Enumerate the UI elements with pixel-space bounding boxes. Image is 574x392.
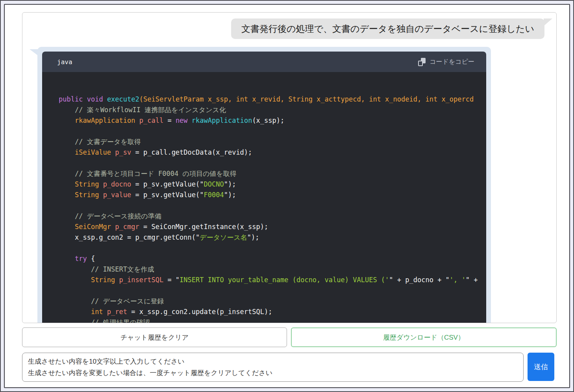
code-line: String p_docno = p_sv.getValue("DOCNO"); <box>59 179 482 190</box>
code-line: // 文書番号と項目コード F0004 の項目の値を取得 <box>59 168 482 179</box>
code-line: // INSERT文を作成 <box>59 264 482 275</box>
copy-icon <box>418 58 426 66</box>
code-line: // 楽々WorkflowII 連携部品をインスタンス化 <box>59 105 482 115</box>
code-line: rkawApplication p_call = new rkawApplica… <box>59 115 482 126</box>
assistant-message-bubble: java コードをコピー public void execute2(SeiSer… <box>37 47 491 323</box>
user-message-bubble: 文書発行後の処理で、文書のデータを独自のデータベースに登録したい <box>231 18 544 39</box>
code-line <box>59 243 482 253</box>
code-block-header: java コードをコピー <box>42 52 486 72</box>
code-line: int p_ret = x_ssp.g_con2.update(p_insert… <box>59 307 482 317</box>
code-line: // 文書データを取得 <box>59 137 482 147</box>
copy-code-button[interactable]: コードをコピー <box>418 58 474 66</box>
message-input[interactable]: 生成させたい内容を10文字以上で入力してください 生成させたい内容を変更したい場… <box>22 353 524 382</box>
page-frame: 文書発行後の処理で、文書のデータを独自のデータベースに登録したい java コー… <box>0 0 574 392</box>
clear-history-label: チャット履歴をクリア <box>120 333 189 342</box>
download-history-csv-button[interactable]: 履歴ダウンロード（CSV） <box>291 327 557 347</box>
composer-row: 生成させたい内容を10文字以上で入力してください 生成させたい内容を変更したい場… <box>22 353 554 382</box>
code-line: // 処理結果の確認 <box>59 317 482 323</box>
send-button-label: 送信 <box>534 362 548 372</box>
download-history-label: 履歴ダウンロード（CSV） <box>383 333 465 342</box>
user-message-text: 文書発行後の処理で、文書のデータを独自のデータベースに登録したい <box>241 24 534 34</box>
app-container: 文書発行後の処理で、文書のデータを独自のデータベースに登録したい java コー… <box>4 4 570 388</box>
copy-code-label: コードをコピー <box>430 58 474 66</box>
assistant-bubble-tail <box>30 49 39 56</box>
input-placeholder-line-2: 生成させたい内容を変更したい場合は、一度チャット履歴をクリアしてください <box>28 367 518 379</box>
clear-history-button[interactable]: チャット履歴をクリア <box>22 327 287 347</box>
code-line <box>59 200 482 211</box>
chat-history-panel[interactable]: 文書発行後の処理で、文書のデータを独自のデータベースに登録したい java コー… <box>22 12 557 323</box>
code-lines: public void execute2(SeiServletParam x_s… <box>42 72 486 323</box>
code-block: java コードをコピー public void execute2(SeiSer… <box>42 52 486 323</box>
code-line: public void execute2(SeiServletParam x_s… <box>59 94 482 105</box>
code-line <box>59 126 482 137</box>
code-line: // データベースに登録 <box>59 296 482 307</box>
code-line <box>59 285 482 296</box>
input-placeholder-line-1: 生成させたい内容を10文字以上で入力してください <box>28 356 518 367</box>
code-line <box>59 158 482 168</box>
code-line: // データベース接続の準備 <box>59 211 482 222</box>
code-line: try { <box>59 253 482 264</box>
user-bubble-tail <box>544 18 552 26</box>
code-line: String p_insertSQL = "INSERT INTO your_t… <box>59 275 482 285</box>
code-line: x_ssp.g_con2 = p_cmgr.getConn("データソース名")… <box>59 232 482 243</box>
actions-row: チャット履歴をクリア 履歴ダウンロード（CSV） <box>22 327 557 347</box>
code-line: SeiConMgr p_cmgr = SeiConMgr.getInstance… <box>59 222 482 232</box>
code-language-label: java <box>57 58 72 66</box>
send-button[interactable]: 送信 <box>528 353 554 381</box>
code-line: iSeiValue p_sv = p_call.getDocData(x_rev… <box>59 147 482 158</box>
code-line: String p_value = p_sv.getValue("F0004"); <box>59 190 482 200</box>
